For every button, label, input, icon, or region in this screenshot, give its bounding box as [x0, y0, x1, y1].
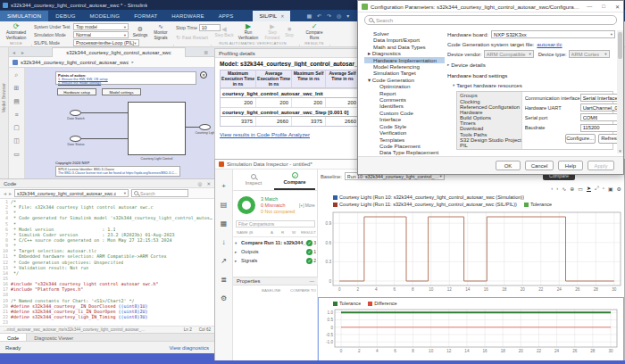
subsystem-icon[interactable]: ◫ [13, 137, 20, 145]
tree-item-math-and-data-types[interactable]: Math and Data Types [364, 44, 445, 50]
tree-item-interface[interactable]: Interface [364, 116, 445, 122]
legend-item[interactable]: Courtesy Light (Run 11: s32k344_courtesy… [333, 202, 517, 207]
minimize-ribbon-icon[interactable]: ▾ [346, 12, 349, 19]
col-time-tol[interactable]: W [292, 230, 296, 235]
ribbon-tab-modeling[interactable]: MODELING [83, 11, 128, 21]
prepare-row-select[interactable]: Top model▾ [73, 23, 129, 30]
stop-button[interactable]: ■ Stop [282, 22, 296, 41]
zoom-icon[interactable]: ⌕ [15, 71, 19, 79]
fast-restart-toggle[interactable]: ↻ Fast Restart [176, 34, 208, 40]
config-titlebar[interactable]: Configuration Parameters: s32k344_courte… [358, 1, 623, 12]
cursor-icon[interactable]: ➤ [587, 185, 591, 192]
maximize-icon[interactable]: □ [602, 4, 605, 9]
tree-item-solver[interactable]: Solver [364, 30, 445, 37]
col-result[interactable]: RESULT [301, 230, 316, 235]
compare-table-row[interactable]: ▸Outputs✓1 [233, 247, 318, 256]
prepare-row-select[interactable]: Normal▾ [73, 31, 129, 38]
fit-view-icon[interactable]: ▭ [578, 186, 583, 192]
comparison-chart[interactable]: 02468101214161820222426283000.30.60.9 [319, 210, 624, 295]
minimize-icon[interactable]: — [587, 4, 592, 9]
ribbon-tab-format[interactable]: FORMAT [127, 11, 164, 21]
compare-runs-button[interactable]: ✓ Compare Runs [302, 22, 327, 41]
help-button[interactable]: Help [558, 161, 583, 170]
code-back-icon[interactable]: ◂ [4, 190, 6, 196]
legend-item[interactable]: Tolerance [524, 202, 552, 207]
ribbon-tab-debug[interactable]: DEBUG [48, 11, 82, 21]
legend-item[interactable]: Courtesy Light (Run 10: s32k344_courtesy… [333, 194, 524, 200]
settings-button[interactable]: ⚙ Settings [131, 22, 149, 41]
wire-inport1[interactable] [81, 112, 128, 113]
col-abs-tol[interactable]: A [271, 230, 273, 235]
model-canvas[interactable]: Points of action: 1. Ensure the HW, SW, … [25, 68, 214, 178]
device-details-expander[interactable]: ▸ Device details [447, 62, 615, 68]
tab-inspect[interactable]: Inspect [233, 170, 274, 190]
tree-item-optimization[interactable]: Optimization [364, 83, 445, 89]
tree-item-data-import-export[interactable]: Data Import/Export [364, 37, 445, 43]
redo-icon[interactable]: ↷ [327, 12, 331, 19]
collapse-icon[interactable]: — [310, 278, 315, 284]
config-scrollbar[interactable]: ▼ [617, 30, 623, 153]
device-type-select[interactable]: ARM Cortex▾ [569, 50, 610, 58]
export-icon[interactable]: ↗ [221, 257, 227, 266]
tab-silpil[interactable]: SIL/PIL ✕ [253, 11, 290, 21]
hardware-board-select[interactable]: NXP S32K3xx▾ [491, 30, 615, 38]
tolerance-chart-box[interactable]: ToleranceDifference 02468101214161820222… [318, 297, 624, 362]
zoom-icon[interactable]: ⊕ [570, 186, 574, 192]
report-icon[interactable]: ≣ [221, 276, 227, 285]
target-file-link[interactable]: autosar.tlc [537, 41, 562, 47]
tree-item-data-type-replacement[interactable]: Data Type Replacement [364, 149, 445, 155]
wire-outport[interactable] [186, 127, 199, 128]
undo-icon[interactable]: ↶ [317, 12, 321, 19]
step-back-button[interactable]: ◀ Step Back [214, 22, 234, 41]
configure-button[interactable]: Configure... [565, 134, 596, 144]
save-icon[interactable]: ▦ [306, 12, 312, 19]
ribbon-tab-apps[interactable]: APPS [212, 11, 241, 21]
tree-item-comments[interactable]: Comments [364, 96, 445, 103]
tree-item-templates[interactable]: Templates [364, 136, 445, 143]
doc-menu-icon[interactable]: ≣ [204, 49, 208, 55]
doc-forward-icon[interactable]: ▸ [21, 49, 24, 55]
col-rel-tol[interactable]: R [281, 230, 284, 235]
automated-verification-button[interactable]: ⟳ Automated Verification [3, 22, 29, 41]
import-icon[interactable]: ↓ [222, 238, 226, 247]
apply-button[interactable]: Apply [588, 161, 614, 170]
tree-item-custom-code[interactable]: Custom Code [364, 110, 445, 116]
tree-item-simulation-target[interactable]: Simulation Target [364, 70, 445, 76]
document-tab[interactable]: s32k344_courtesy_light_control_autosar_s… [52, 47, 186, 57]
config-search-box[interactable]: Search [364, 15, 617, 25]
tree-item-code-placement[interactable]: Code Placement [364, 143, 445, 149]
more-link[interactable]: [+] More [299, 203, 315, 208]
tree-item-verification[interactable]: Verification [364, 129, 445, 136]
signal-style-icon[interactable]: ∿ [562, 186, 566, 192]
ok-button[interactable]: OK [496, 161, 521, 170]
scroll-thumb[interactable] [618, 32, 622, 59]
library-browser-icon[interactable]: ⊞ [14, 85, 20, 92]
layout-icon[interactable]: ▫ [603, 186, 604, 191]
col-name[interactable]: NAME (B [237, 230, 253, 235]
prev-icon[interactable]: ‹ [551, 186, 553, 191]
tree-item-report[interactable]: Report [364, 90, 445, 96]
group-item-pil[interactable]: PIL [457, 143, 521, 148]
list-icon[interactable]: ≡ [14, 112, 18, 118]
hardware-setup-button[interactable]: Hardware setup [57, 88, 96, 95]
expand-icon[interactable]: ⤢ [595, 186, 599, 192]
subsystem-block[interactable] [128, 102, 186, 155]
tree-item-code-style[interactable]: Code Style [364, 123, 445, 129]
next-icon[interactable]: › [556, 186, 558, 191]
ribbon-tab-simulation[interactable]: SIMULATION [0, 11, 48, 21]
filter-comparisons-input[interactable]: Filter Comparisons [236, 220, 315, 228]
area-icon[interactable]: ▢ [13, 124, 20, 131]
tolerance-chart[interactable]: 0246810121416182022242628301.00.50-0.5-1… [321, 306, 621, 356]
device-vendor-select[interactable]: ARM Compatible▾ [484, 50, 534, 58]
compare-table-row[interactable]: ▾Compare Run 11: s32k344_cour✓3 [233, 238, 318, 247]
close-tab-icon[interactable]: ✕ [280, 13, 284, 19]
tree-item-identifiers[interactable]: Identifiers [364, 103, 445, 109]
viewer-icon[interactable]: ▭ [13, 151, 20, 158]
breadcrumb[interactable]: s32k344_courtesy_light_control_autosar_s… [9, 57, 214, 68]
add-icon[interactable]: + [221, 182, 226, 191]
target-resources-expander[interactable]: ▾ Target hardware resources [453, 82, 615, 88]
preferences-icon[interactable]: ⚙ [221, 294, 227, 303]
model-settings-button[interactable]: Model settings [102, 88, 141, 95]
annotation-icon[interactable]: ▤ [13, 98, 20, 105]
code-forward-icon[interactable]: ▸ [9, 190, 12, 196]
